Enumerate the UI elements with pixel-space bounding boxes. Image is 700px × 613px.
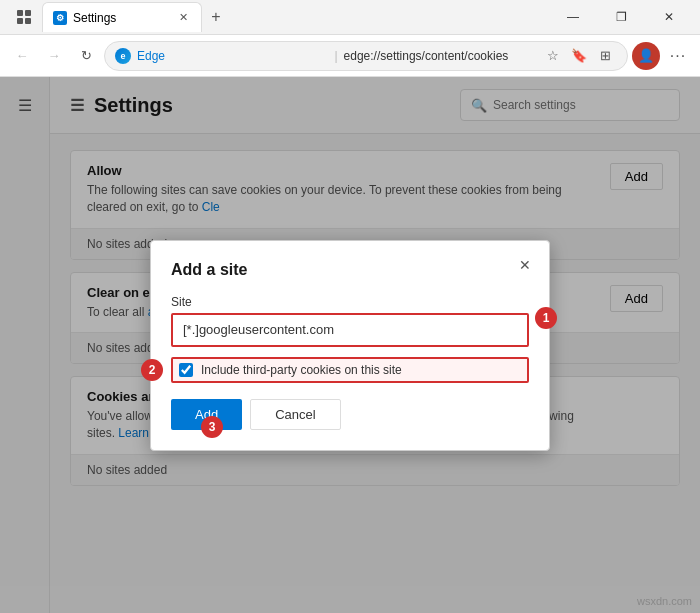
watermark: wsxdn.com	[637, 595, 692, 607]
star-icon[interactable]: ☆	[541, 44, 565, 68]
third-party-checkbox-row: Include third-party cookies on this site	[171, 357, 529, 383]
forward-button[interactable]: →	[40, 42, 68, 70]
restore-button[interactable]: ❐	[598, 0, 644, 35]
back-button[interactable]: ←	[8, 42, 36, 70]
tab-list-icon[interactable]	[8, 3, 40, 31]
modal-overlay: Add a site ✕ Site 1 2 Include third-part…	[0, 77, 700, 613]
tab-close-button[interactable]: ✕	[175, 10, 191, 26]
new-tab-button[interactable]: +	[202, 3, 230, 31]
dialog-cancel-button[interactable]: Cancel	[250, 399, 340, 430]
svg-rect-3	[25, 18, 31, 24]
profile-button[interactable]: 👤	[632, 42, 660, 70]
svg-rect-0	[17, 10, 23, 16]
checkbox-wrapper: 2 Include third-party cookies on this si…	[171, 357, 529, 383]
dialog-buttons: Add 3 Cancel	[171, 399, 529, 430]
third-party-checkbox-label: Include third-party cookies on this site	[201, 363, 402, 377]
url-icons: ☆ 🔖 ⊞	[541, 44, 617, 68]
active-tab[interactable]: ⚙ Settings ✕	[42, 2, 202, 32]
svg-rect-1	[25, 10, 31, 16]
url-text: edge://settings/content/cookies	[344, 49, 535, 63]
collections-icon[interactable]: 🔖	[567, 44, 591, 68]
dialog-title: Add a site	[171, 261, 529, 279]
address-bar: ← → ↻ e Edge | edge://settings/content/c…	[0, 35, 700, 77]
svg-rect-2	[17, 18, 23, 24]
badge-3: 3	[201, 416, 223, 438]
badge-2: 2	[141, 359, 163, 381]
title-bar: ⚙ Settings ✕ + — ❐ ✕	[0, 0, 700, 35]
refresh-button[interactable]: ↻	[72, 42, 100, 70]
tab-favicon: ⚙	[53, 11, 67, 25]
edge-logo-icon: e	[115, 48, 131, 64]
site-field-label: Site	[171, 295, 529, 309]
url-separator: |	[334, 49, 337, 63]
badge-1: 1	[535, 307, 557, 329]
split-screen-icon[interactable]: ⊞	[593, 44, 617, 68]
tab-area: ⚙ Settings ✕ +	[8, 0, 550, 34]
close-button[interactable]: ✕	[646, 0, 692, 35]
add-site-dialog: Add a site ✕ Site 1 2 Include third-part…	[150, 240, 550, 451]
menu-button[interactable]: ···	[664, 42, 692, 70]
url-bar[interactable]: e Edge | edge://settings/content/cookies…	[104, 41, 628, 71]
site-input[interactable]	[171, 313, 529, 347]
site-input-wrapper: 1	[171, 313, 529, 347]
tab-label: Settings	[73, 11, 169, 25]
third-party-checkbox[interactable]	[179, 363, 193, 377]
window-controls: — ❐ ✕	[550, 0, 692, 35]
minimize-button[interactable]: —	[550, 0, 596, 35]
dialog-close-button[interactable]: ✕	[513, 253, 537, 277]
brand-name: Edge	[137, 49, 328, 63]
